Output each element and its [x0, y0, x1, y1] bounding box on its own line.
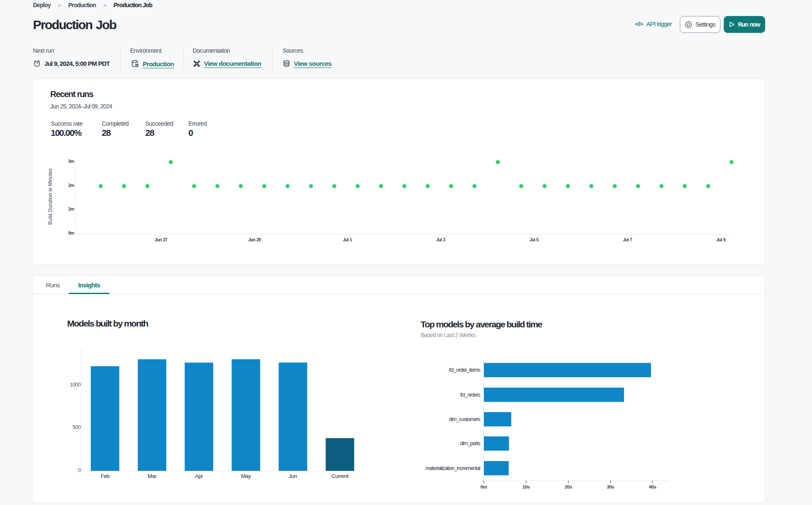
svg-text:10s: 10s: [522, 484, 530, 489]
svg-text:Build Duration in Minutes: Build Duration in Minutes: [47, 168, 53, 224]
svg-text:0: 0: [78, 467, 81, 473]
svg-text:20s: 20s: [565, 484, 572, 489]
svg-text:Jun 29: Jun 29: [248, 237, 261, 242]
svg-text:0m: 0m: [481, 484, 487, 489]
svg-text:dim_parts: dim_parts: [460, 440, 481, 446]
svg-text:Current: Current: [331, 473, 349, 479]
svg-text:Jul 7: Jul 7: [623, 237, 633, 242]
svg-text:dim_customers: dim_customers: [449, 416, 480, 422]
svg-text:Jul 1: Jul 1: [343, 237, 352, 242]
svg-text:Jul 9: Jul 9: [717, 237, 726, 242]
svg-text:Apr: Apr: [195, 473, 204, 479]
svg-text:Mar: Mar: [147, 473, 157, 479]
svg-text:materialization_incremental: materialization_incremental: [426, 465, 480, 471]
svg-text:0m: 0m: [68, 230, 74, 235]
svg-text:May: May: [241, 473, 251, 479]
svg-text:2m: 2m: [68, 183, 74, 188]
svg-text:3m: 3m: [68, 159, 74, 164]
svg-text:1000: 1000: [70, 382, 81, 388]
svg-text:fct_orders: fct_orders: [460, 392, 481, 398]
svg-text:Jun 27: Jun 27: [155, 237, 167, 242]
svg-text:Jun: Jun: [289, 473, 297, 479]
svg-text:500: 500: [73, 424, 81, 430]
svg-text:40s: 40s: [649, 484, 657, 489]
svg-text:fct_order_items: fct_order_items: [449, 367, 481, 373]
svg-text:30s: 30s: [607, 484, 614, 489]
svg-text:Jul 3: Jul 3: [436, 237, 445, 242]
svg-text:Feb: Feb: [100, 473, 109, 479]
svg-text:Jul 5: Jul 5: [530, 237, 539, 242]
svg-text:1m: 1m: [68, 206, 74, 211]
